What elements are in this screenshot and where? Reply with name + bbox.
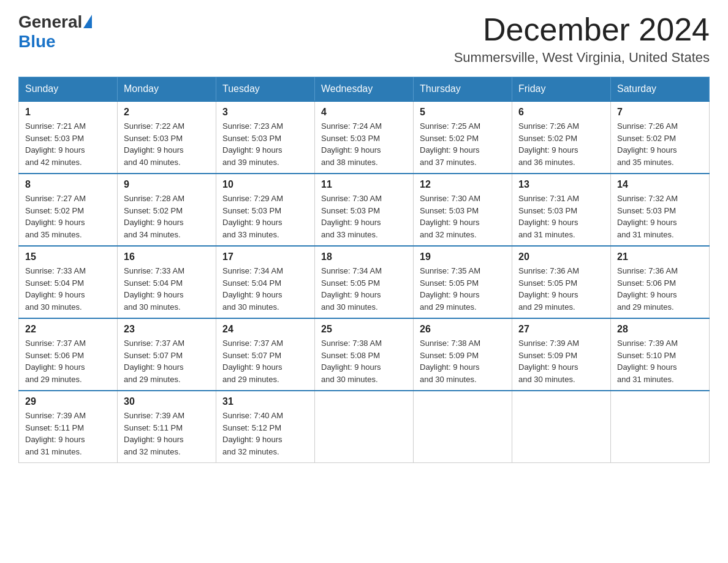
calendar-cell: 29 Sunrise: 7:39 AMSunset: 5:11 PMDaylig…: [19, 391, 118, 463]
day-number: 27: [518, 324, 604, 335]
calendar-cell: 19 Sunrise: 7:35 AMSunset: 5:05 PMDaylig…: [414, 246, 512, 318]
calendar-cell: 1 Sunrise: 7:21 AMSunset: 5:03 PMDayligh…: [19, 101, 118, 174]
calendar-cell: 28 Sunrise: 7:39 AMSunset: 5:10 PMDaylig…: [611, 318, 710, 391]
day-number: 20: [518, 251, 604, 262]
day-info: Sunrise: 7:36 AMSunset: 5:05 PMDaylight:…: [518, 266, 579, 312]
week-row-4: 22 Sunrise: 7:37 AMSunset: 5:06 PMDaylig…: [19, 318, 710, 391]
calendar-cell: 4 Sunrise: 7:24 AMSunset: 5:03 PMDayligh…: [315, 101, 414, 174]
day-number: 31: [222, 396, 308, 407]
calendar-cell: 25 Sunrise: 7:38 AMSunset: 5:08 PMDaylig…: [315, 318, 414, 391]
calendar-cell: 27 Sunrise: 7:39 AMSunset: 5:09 PMDaylig…: [512, 318, 611, 391]
day-number: 12: [420, 179, 506, 190]
day-info: Sunrise: 7:38 AMSunset: 5:09 PMDaylight:…: [420, 339, 480, 384]
day-number: 23: [124, 324, 210, 335]
day-info: Sunrise: 7:29 AMSunset: 5:03 PMDaylight:…: [222, 194, 283, 239]
calendar-cell: 24 Sunrise: 7:37 AMSunset: 5:07 PMDaylig…: [216, 318, 315, 391]
day-number: 2: [124, 107, 210, 118]
calendar-cell: 18 Sunrise: 7:34 AMSunset: 5:05 PMDaylig…: [315, 246, 414, 318]
calendar-cell: [512, 391, 611, 463]
day-number: 14: [617, 179, 703, 190]
calendar-cell: 22 Sunrise: 7:37 AMSunset: 5:06 PMDaylig…: [19, 318, 118, 391]
day-info: Sunrise: 7:38 AMSunset: 5:08 PMDaylight:…: [321, 339, 382, 384]
calendar-cell: 11 Sunrise: 7:30 AMSunset: 5:03 PMDaylig…: [315, 174, 414, 246]
day-info: Sunrise: 7:33 AMSunset: 5:04 PMDaylight:…: [25, 266, 86, 312]
day-info: Sunrise: 7:37 AMSunset: 5:07 PMDaylight:…: [124, 339, 184, 384]
calendar-cell: 23 Sunrise: 7:37 AMSunset: 5:07 PMDaylig…: [118, 318, 216, 391]
location-title: Summersville, West Virginia, United Stat…: [454, 50, 710, 66]
day-number: 9: [124, 179, 210, 190]
day-info: Sunrise: 7:25 AMSunset: 5:02 PMDaylight:…: [420, 121, 480, 167]
day-info: Sunrise: 7:39 AMSunset: 5:11 PMDaylight:…: [25, 411, 86, 456]
week-row-1: 1 Sunrise: 7:21 AMSunset: 5:03 PMDayligh…: [19, 101, 710, 174]
day-number: 11: [321, 179, 407, 190]
calendar-cell: 10 Sunrise: 7:29 AMSunset: 5:03 PMDaylig…: [216, 174, 315, 246]
day-number: 18: [321, 251, 407, 262]
day-number: 24: [222, 324, 308, 335]
calendar-cell: [611, 391, 710, 463]
calendar-cell: 20 Sunrise: 7:36 AMSunset: 5:05 PMDaylig…: [512, 246, 611, 318]
month-title: December 2024: [454, 12, 710, 47]
day-info: Sunrise: 7:28 AMSunset: 5:02 PMDaylight:…: [124, 194, 184, 239]
calendar-cell: 21 Sunrise: 7:36 AMSunset: 5:06 PMDaylig…: [611, 246, 710, 318]
day-info: Sunrise: 7:26 AMSunset: 5:02 PMDaylight:…: [617, 121, 678, 167]
day-number: 5: [420, 107, 506, 118]
calendar-cell: 9 Sunrise: 7:28 AMSunset: 5:02 PMDayligh…: [118, 174, 216, 246]
calendar-cell: 15 Sunrise: 7:33 AMSunset: 5:04 PMDaylig…: [19, 246, 118, 318]
calendar-cell: 14 Sunrise: 7:32 AMSunset: 5:03 PMDaylig…: [611, 174, 710, 246]
calendar-cell: 8 Sunrise: 7:27 AMSunset: 5:02 PMDayligh…: [19, 174, 118, 246]
day-info: Sunrise: 7:37 AMSunset: 5:07 PMDaylight:…: [222, 339, 283, 384]
day-info: Sunrise: 7:23 AMSunset: 5:03 PMDaylight:…: [222, 121, 283, 167]
calendar-cell: 26 Sunrise: 7:38 AMSunset: 5:09 PMDaylig…: [414, 318, 512, 391]
day-number: 30: [124, 396, 210, 407]
logo-triangle-icon: [83, 15, 92, 28]
day-number: 21: [617, 251, 703, 262]
day-info: Sunrise: 7:24 AMSunset: 5:03 PMDaylight:…: [321, 121, 382, 167]
day-number: 26: [420, 324, 506, 335]
day-header-tuesday: Tuesday: [216, 77, 315, 102]
day-header-thursday: Thursday: [414, 77, 512, 102]
day-number: 19: [420, 251, 506, 262]
calendar-cell: 30 Sunrise: 7:39 AMSunset: 5:11 PMDaylig…: [118, 391, 216, 463]
week-row-2: 8 Sunrise: 7:27 AMSunset: 5:02 PMDayligh…: [19, 174, 710, 246]
calendar-cell: 3 Sunrise: 7:23 AMSunset: 5:03 PMDayligh…: [216, 101, 315, 174]
day-number: 28: [617, 324, 703, 335]
calendar-cell: [315, 391, 414, 463]
day-number: 13: [518, 179, 604, 190]
day-info: Sunrise: 7:22 AMSunset: 5:03 PMDaylight:…: [124, 121, 184, 167]
day-info: Sunrise: 7:40 AMSunset: 5:12 PMDaylight:…: [222, 411, 283, 456]
calendar-cell: 16 Sunrise: 7:33 AMSunset: 5:04 PMDaylig…: [118, 246, 216, 318]
day-info: Sunrise: 7:39 AMSunset: 5:10 PMDaylight:…: [617, 339, 678, 384]
day-number: 29: [25, 396, 111, 407]
day-number: 1: [25, 107, 111, 118]
calendar-table: SundayMondayTuesdayWednesdayThursdayFrid…: [18, 77, 710, 463]
day-info: Sunrise: 7:26 AMSunset: 5:02 PMDaylight:…: [518, 121, 579, 167]
day-header-monday: Monday: [118, 77, 216, 102]
calendar-cell: 13 Sunrise: 7:31 AMSunset: 5:03 PMDaylig…: [512, 174, 611, 246]
day-header-wednesday: Wednesday: [315, 77, 414, 102]
day-info: Sunrise: 7:32 AMSunset: 5:03 PMDaylight:…: [617, 194, 678, 239]
day-info: Sunrise: 7:34 AMSunset: 5:05 PMDaylight:…: [321, 266, 382, 312]
day-header-friday: Friday: [512, 77, 611, 102]
calendar-cell: 2 Sunrise: 7:22 AMSunset: 5:03 PMDayligh…: [118, 101, 216, 174]
day-number: 10: [222, 179, 308, 190]
header-row: SundayMondayTuesdayWednesdayThursdayFrid…: [19, 77, 710, 102]
day-info: Sunrise: 7:34 AMSunset: 5:04 PMDaylight:…: [222, 266, 283, 312]
day-info: Sunrise: 7:27 AMSunset: 5:02 PMDaylight:…: [25, 194, 86, 239]
day-number: 22: [25, 324, 111, 335]
calendar-cell: 5 Sunrise: 7:25 AMSunset: 5:02 PMDayligh…: [414, 101, 512, 174]
day-number: 15: [25, 251, 111, 262]
calendar-cell: 12 Sunrise: 7:30 AMSunset: 5:03 PMDaylig…: [414, 174, 512, 246]
day-number: 16: [124, 251, 210, 262]
day-header-sunday: Sunday: [19, 77, 118, 102]
logo: General Blue: [18, 12, 92, 52]
day-info: Sunrise: 7:30 AMSunset: 5:03 PMDaylight:…: [321, 194, 382, 239]
day-number: 4: [321, 107, 407, 118]
day-number: 7: [617, 107, 703, 118]
day-info: Sunrise: 7:39 AMSunset: 5:11 PMDaylight:…: [124, 411, 184, 456]
day-number: 6: [518, 107, 604, 118]
day-info: Sunrise: 7:31 AMSunset: 5:03 PMDaylight:…: [518, 194, 579, 239]
day-number: 17: [222, 251, 308, 262]
logo-general-text: General: [18, 12, 82, 32]
title-section: December 2024 Summersville, West Virgini…: [454, 12, 710, 66]
calendar-cell: 31 Sunrise: 7:40 AMSunset: 5:12 PMDaylig…: [216, 391, 315, 463]
